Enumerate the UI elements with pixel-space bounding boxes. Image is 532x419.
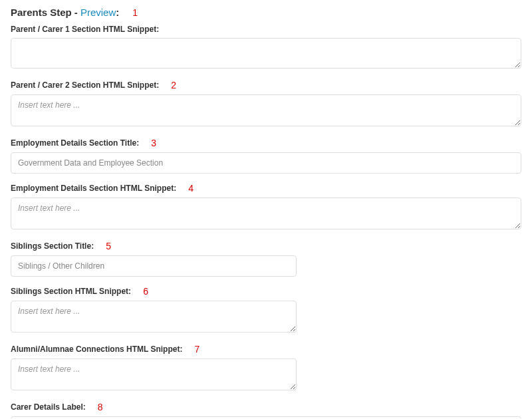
siblings-snippet-input[interactable] — [11, 301, 297, 333]
page-header: Parents Step - Preview : 1 — [11, 7, 521, 18]
siblings-title-label: Siblings Section Title: 5 — [11, 241, 521, 251]
employment-title-input[interactable] — [11, 152, 521, 174]
employment-title-group: Employment Details Section Title: 3 — [11, 138, 521, 174]
employment-snippet-group: Employment Details Section HTML Snippet:… — [11, 183, 521, 231]
label-text: Siblings Section HTML Snippet: — [11, 287, 131, 296]
label-text: Siblings Section Title: — [11, 241, 94, 251]
annotation-2: 2 — [171, 80, 176, 90]
annotation-7: 7 — [194, 344, 200, 354]
carer-details-label-group: Carer Details Label: 8 — [11, 402, 521, 419]
label-text: Employment Details Section Title: — [11, 138, 139, 148]
page-title-suffix: : — [116, 7, 119, 18]
carer-details-label-input[interactable] — [11, 416, 521, 419]
annotation-1: 1 — [132, 7, 138, 18]
annotation-8: 8 — [98, 402, 103, 412]
label-text: Parent / Carer 1 Section HTML Snippet: — [11, 25, 159, 34]
employment-snippet-input[interactable] — [11, 198, 521, 229]
alumni-snippet-input[interactable] — [11, 358, 297, 390]
carer1-snippet-group: Parent / Carer 1 Section HTML Snippet: — [11, 25, 521, 70]
page-title-prefix: Parents Step - — [11, 7, 78, 18]
siblings-snippet-label: Siblings Section HTML Snippet: 6 — [11, 286, 521, 297]
employment-title-label: Employment Details Section Title: 3 — [11, 138, 521, 148]
carer1-snippet-label: Parent / Carer 1 Section HTML Snippet: — [11, 25, 521, 34]
carer2-snippet-group: Parent / Carer 2 Section HTML Snippet: 2 — [11, 80, 521, 128]
siblings-title-group: Siblings Section Title: 5 — [11, 241, 521, 277]
alumni-snippet-label: Alumni/Alumnae Connections HTML Snippet:… — [11, 344, 521, 354]
carer2-snippet-label: Parent / Carer 2 Section HTML Snippet: 2 — [11, 80, 521, 90]
siblings-title-input[interactable] — [11, 255, 297, 277]
carer2-snippet-input[interactable] — [11, 94, 521, 126]
annotation-5: 5 — [106, 241, 111, 251]
preview-link[interactable]: Preview — [80, 7, 116, 18]
employment-snippet-label: Employment Details Section HTML Snippet:… — [11, 183, 521, 194]
carer1-snippet-input[interactable] — [11, 38, 521, 69]
label-text: Parent / Carer 2 Section HTML Snippet: — [11, 80, 159, 90]
alumni-snippet-group: Alumni/Alumnae Connections HTML Snippet:… — [11, 344, 521, 392]
annotation-4: 4 — [188, 183, 194, 194]
siblings-snippet-group: Siblings Section HTML Snippet: 6 — [11, 286, 521, 335]
label-text: Carer Details Label: — [11, 402, 86, 412]
label-text: Employment Details Section HTML Snippet: — [11, 184, 176, 193]
carer-details-label-label: Carer Details Label: 8 — [11, 402, 521, 412]
annotation-6: 6 — [143, 286, 148, 297]
annotation-3: 3 — [151, 138, 156, 148]
label-text: Alumni/Alumnae Connections HTML Snippet: — [11, 345, 182, 354]
